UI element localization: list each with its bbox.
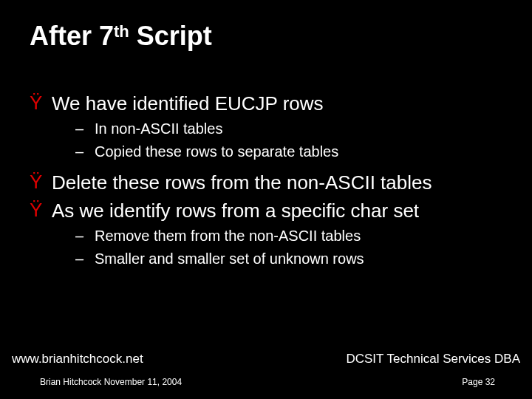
dash-icon: – — [75, 226, 95, 245]
title-pre: After 7 — [30, 21, 114, 51]
title-superscript: th — [114, 22, 129, 41]
bullet-level2: – In non-ASCII tables — [75, 119, 510, 139]
bullet-glyph-icon: Ÿ — [30, 92, 52, 115]
bullet-text: Copied these rows to separate tables — [95, 142, 338, 162]
bullet-level2: – Copied these rows to separate tables — [75, 142, 510, 162]
bullet-level1: Ÿ Delete these rows from the non-ASCII t… — [30, 171, 510, 195]
footer-author-date: Brian Hitchcock November 11, 2004 — [40, 377, 182, 387]
bullet-text: Delete these rows from the non-ASCII tab… — [52, 171, 432, 195]
slide-title: After 7th Script — [30, 21, 212, 52]
dash-icon: – — [75, 119, 95, 138]
bullet-level2: – Remove them from the non-ASCII tables — [75, 226, 510, 246]
bullet-text: Remove them from the non-ASCII tables — [95, 226, 361, 246]
bullet-glyph-icon: Ÿ — [30, 199, 52, 222]
footer-url: www.brianhitchcock.net — [12, 352, 143, 366]
slide: After 7th Script Ÿ We have identified EU… — [0, 0, 532, 399]
footer-page: Page 32 — [462, 377, 495, 387]
bullet-level1: Ÿ As we identify rows from a specific ch… — [30, 199, 510, 223]
bullet-text: Smaller and smaller set of unknown rows — [95, 249, 364, 269]
bullet-text: As we identify rows from a specific char… — [52, 199, 419, 223]
bullet-level2: – Smaller and smaller set of unknown row… — [75, 249, 510, 269]
title-post: Script — [129, 21, 212, 51]
bullet-glyph-icon: Ÿ — [30, 171, 52, 194]
bullet-text: In non-ASCII tables — [95, 119, 222, 139]
dash-icon: – — [75, 249, 95, 268]
dash-icon: – — [75, 142, 95, 161]
footer-org: DCSIT Technical Services DBA — [346, 352, 520, 366]
slide-body: Ÿ We have identified EUCJP rows – In non… — [30, 87, 510, 269]
bullet-text: We have identified EUCJP rows — [52, 92, 324, 116]
bullet-level1: Ÿ We have identified EUCJP rows — [30, 92, 510, 116]
